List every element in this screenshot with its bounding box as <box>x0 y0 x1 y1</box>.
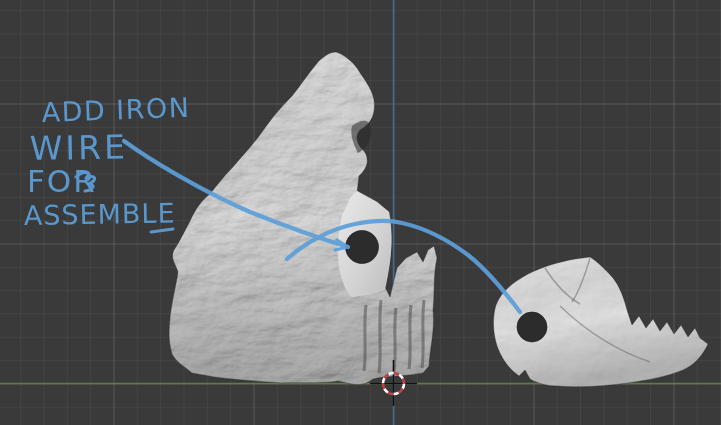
left-fragment-shading <box>169 52 437 385</box>
annotation-underline-mark <box>151 229 173 232</box>
3d-viewport[interactable]: ADD IRON WIRE FOR ASSEMBLE <box>0 0 721 425</box>
annotation-text-line-2: WIRE <box>29 127 128 168</box>
annotation-text-line-4: ASSEMBLE <box>24 197 176 231</box>
left-mounting-hole <box>346 231 379 264</box>
annotation-text-line-1: ADD IRON <box>41 92 191 128</box>
right-mounting-hole <box>517 312 547 342</box>
annotation-text-line-3: FOR <box>27 163 97 199</box>
model-right-skull-fragment[interactable] <box>493 257 708 387</box>
model-left-skull-fragment[interactable] <box>169 52 437 385</box>
scene-canvas[interactable]: ADD IRON WIRE FOR ASSEMBLE <box>0 0 721 425</box>
